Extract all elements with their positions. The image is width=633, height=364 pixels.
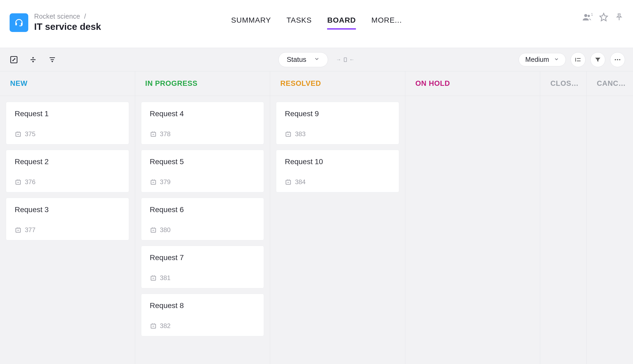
svg-marker-4 — [600, 13, 607, 21]
board-card[interactable]: Request 3 377 — [6, 198, 129, 240]
card-meta: 383 — [285, 130, 390, 138]
card-meta: 382 — [150, 322, 255, 330]
task-id-icon — [150, 227, 157, 233]
card-id: 384 — [295, 178, 306, 186]
svg-point-2 — [584, 14, 587, 17]
headset-icon — [14, 18, 24, 27]
column-cancelled: CANC… — [587, 71, 633, 364]
tab-board[interactable]: BOARD — [327, 16, 356, 30]
column-body[interactable] — [587, 96, 633, 108]
card-id: 381 — [160, 274, 171, 282]
page-title: IT service desk — [34, 21, 101, 32]
column-new: NEWRequest 1 375Request 2 376Request 3 3… — [0, 71, 135, 364]
pin-icon — [615, 13, 623, 21]
collapse-vertical-icon — [29, 55, 37, 64]
swimlanes-button[interactable] — [571, 52, 586, 67]
arrow-right-icon: → — [336, 56, 341, 63]
card-title: Request 9 — [285, 110, 390, 118]
filter-button[interactable] — [590, 52, 605, 67]
breadcrumb-separator: / — [84, 13, 86, 20]
svg-rect-1 — [21, 23, 23, 26]
chevron-down-icon — [554, 56, 559, 63]
svg-rect-10 — [344, 58, 346, 62]
column-closed: CLOS… — [540, 71, 587, 364]
group-by-label: Status — [287, 55, 306, 64]
project-icon[interactable] — [10, 13, 28, 32]
svg-point-15 — [617, 59, 618, 60]
card-title: Request 7 — [150, 253, 255, 262]
board-card[interactable]: Request 7 381 — [141, 246, 264, 288]
more-options-button[interactable] — [610, 52, 625, 67]
card-id: 376 — [25, 178, 35, 186]
board-card[interactable]: Request 8 382 — [141, 294, 264, 336]
card-id: 375 — [25, 130, 35, 138]
column-body[interactable] — [405, 96, 540, 108]
task-id-icon — [285, 179, 292, 185]
card-id: 379 — [160, 178, 171, 186]
column-header[interactable]: NEW — [0, 71, 135, 96]
board-card[interactable]: Request 2 376 — [6, 150, 129, 192]
collapse-rows-button[interactable] — [27, 55, 39, 64]
filter-lines-icon — [48, 56, 56, 64]
board-card[interactable]: Request 4 378 — [141, 102, 264, 144]
card-id: 380 — [160, 226, 171, 234]
funnel-icon — [594, 56, 601, 63]
card-id: 377 — [25, 226, 35, 234]
card-title: Request 10 — [285, 157, 390, 166]
group-by-dropdown[interactable]: Status — [278, 52, 328, 67]
column-header[interactable]: CANC… — [587, 71, 633, 96]
task-id-icon — [15, 227, 22, 233]
task-id-icon — [150, 274, 157, 281]
column-header[interactable]: CLOS… — [540, 71, 586, 96]
column-icon — [342, 57, 348, 63]
insert-column-button[interactable]: → ← — [336, 56, 355, 63]
column-header[interactable]: RESOLVED — [270, 71, 405, 96]
column-body[interactable]: Request 9 383Request 10 384 — [270, 96, 405, 198]
card-meta: 380 — [150, 226, 255, 234]
breadcrumb-parent[interactable]: Rocket science — [34, 13, 80, 20]
column-header[interactable]: IN PROGRESS — [135, 71, 270, 96]
nav-tabs: SUMMARY TASKS BOARD MORE... — [231, 16, 402, 30]
board-card[interactable]: Request 5 379 — [141, 150, 264, 192]
board-card[interactable]: Request 6 380 — [141, 198, 264, 240]
toolbar-right: Medium — [519, 52, 625, 67]
card-meta: 375 — [15, 130, 120, 138]
card-meta: 378 — [150, 130, 255, 138]
fullscreen-button[interactable] — [8, 55, 20, 64]
column-resolved: RESOLVEDRequest 9 383Request 10 384 — [270, 71, 405, 364]
tab-more[interactable]: MORE... — [371, 16, 402, 30]
favorite-button[interactable] — [598, 12, 609, 22]
card-id: 378 — [160, 130, 171, 138]
column-header[interactable]: ON HOLD — [405, 71, 540, 96]
tab-summary[interactable]: SUMMARY — [231, 16, 271, 30]
card-size-dropdown[interactable]: Medium — [519, 53, 566, 66]
board-card[interactable]: Request 10 384 — [276, 150, 399, 192]
toolbar-left — [8, 55, 58, 64]
task-id-icon — [285, 131, 292, 137]
column-body[interactable]: Request 4 378Request 5 379Request 6 380R… — [135, 96, 270, 342]
card-title: Request 3 — [15, 205, 120, 214]
members-count: 1 — [591, 12, 593, 17]
dots-horizontal-icon — [614, 56, 621, 63]
breadcrumb[interactable]: Rocket science / — [34, 13, 101, 20]
toolbar-center: Status → ← — [278, 52, 355, 67]
svg-rect-0 — [15, 23, 17, 26]
members-button[interactable]: 1 — [582, 12, 594, 22]
expand-icon — [10, 55, 18, 64]
card-meta: 377 — [15, 226, 120, 234]
arrow-left-icon: ← — [349, 56, 355, 63]
pin-button[interactable] — [614, 12, 624, 22]
column-body[interactable]: Request 1 375Request 2 376Request 3 377 — [0, 96, 135, 246]
board-card[interactable]: Request 9 383 — [276, 102, 399, 144]
card-meta: 379 — [150, 178, 255, 186]
backlog-toggle-button[interactable] — [46, 55, 58, 64]
board-card[interactable]: Request 1 375 — [6, 102, 129, 144]
tab-tasks[interactable]: TASKS — [286, 16, 312, 30]
card-id: 383 — [295, 130, 306, 138]
header-actions: 1 — [582, 12, 624, 22]
task-id-icon — [150, 179, 157, 185]
people-icon — [582, 13, 591, 22]
card-meta: 381 — [150, 274, 255, 282]
card-title: Request 5 — [150, 157, 255, 166]
column-body[interactable] — [540, 96, 586, 108]
